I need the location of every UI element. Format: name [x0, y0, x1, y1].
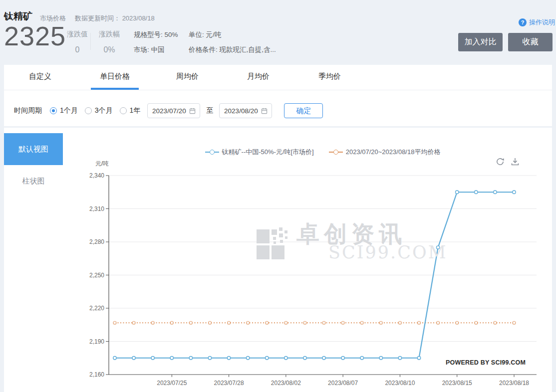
price-chart[interactable]: 2,1602,1902,2202,2502,2802,3102,340元/吨20… [4, 128, 552, 392]
chart-legend: 钛精矿--中国-50%-元/吨[市场价] 2023/07/20~2023/08/… [109, 148, 537, 157]
download-icon[interactable] [510, 157, 520, 167]
period-label: 时间周期 [14, 106, 42, 115]
change-pct-block: 涨跌幅 0% [95, 30, 124, 54]
svg-text:2023/08/10: 2023/08/10 [385, 380, 415, 387]
to-label: 至 [206, 106, 213, 115]
sidebar-item-bar-chart[interactable]: 柱状图 [4, 175, 63, 188]
active-tab-underline [91, 88, 139, 90]
tabs-filter-panel: 自定义 单日价格 周均价 月均价 季均价 时间周期 1个月 3个月 1年 202… [4, 65, 552, 126]
svg-text:2023/08/02: 2023/08/02 [271, 380, 301, 387]
refresh-icon[interactable] [495, 157, 505, 167]
radio-icon [85, 107, 92, 114]
spec-condition: 价格条件: 现款现汇,自提,含... [189, 45, 276, 54]
calendar-icon [261, 108, 268, 114]
add-compare-button[interactable]: 加入对比 [458, 33, 503, 51]
filter-row: 时间周期 1个月 3个月 1年 2023/07/20 至 2023/08/20 [14, 102, 323, 120]
svg-text:2,340: 2,340 [89, 172, 104, 179]
calendar-icon [189, 108, 196, 114]
change-value-block: 涨跌值 0 [63, 30, 92, 54]
legend-item-average-series[interactable]: 2023/07/20~2023/08/18平均价格 [329, 148, 441, 157]
change-value-label: 涨跌值 [67, 30, 88, 39]
chart-toolbar [495, 157, 520, 167]
svg-text:2,220: 2,220 [89, 305, 104, 312]
svg-text:2,190: 2,190 [89, 338, 104, 345]
radio-1-month[interactable]: 1个月 [50, 106, 78, 115]
change-pct: 0% [103, 45, 115, 54]
svg-text:2,160: 2,160 [89, 371, 104, 378]
divider [90, 33, 91, 50]
date-to-input[interactable]: 2023/08/20 [219, 103, 272, 118]
spec-unit: 单位: 元/吨 [189, 30, 221, 39]
help-label: 操作说明 [529, 18, 555, 27]
svg-text:元/吨: 元/吨 [95, 160, 109, 167]
current-price: 2325 [4, 21, 66, 51]
tab-quarterly-avg[interactable]: 季均价 [318, 72, 341, 81]
svg-text:2023/07/28: 2023/07/28 [214, 380, 244, 387]
svg-text:2023/08/15: 2023/08/15 [442, 380, 472, 387]
date-from-input[interactable]: 2023/07/20 [147, 103, 200, 118]
tab-monthly-avg[interactable]: 月均价 [247, 72, 270, 81]
svg-text:2023/08/18: 2023/08/18 [499, 380, 529, 387]
svg-text:2,280: 2,280 [89, 238, 104, 245]
radio-icon [120, 107, 127, 114]
help-link[interactable]: ? 操作说明 [519, 18, 555, 27]
tab-bar: 自定义 单日价格 周均价 月均价 季均价 [4, 65, 552, 90]
radio-1-year[interactable]: 1年 [120, 106, 141, 115]
legend-marker [329, 150, 343, 155]
chart-panel: 默认视图 柱状图 钛精矿--中国-50%-元/吨[市场价] 2023/07/20… [4, 128, 552, 392]
sidebar-item-default-view[interactable]: 默认视图 [4, 133, 63, 165]
tab-weekly-avg[interactable]: 周均价 [176, 72, 199, 81]
spec-market: 市场: 中国 [134, 45, 165, 54]
tab-custom[interactable]: 自定义 [29, 72, 51, 81]
change-pct-label: 涨跌幅 [99, 30, 120, 39]
svg-text:2,250: 2,250 [89, 272, 104, 279]
radio-3-month[interactable]: 3个月 [85, 106, 113, 115]
legend-item-price-series[interactable]: 钛精矿--中国-50%-元/吨[市场价] [205, 148, 314, 157]
svg-text:2023/08/07: 2023/08/07 [328, 380, 358, 387]
question-icon: ? [519, 18, 527, 26]
favorite-button[interactable]: 收藏 [508, 33, 553, 51]
radio-icon [50, 107, 57, 114]
spec-model: 规格型号: 50% [134, 30, 178, 39]
svg-text:2023/07/25: 2023/07/25 [157, 380, 187, 387]
legend-marker [205, 150, 219, 155]
confirm-button[interactable]: 确定 [284, 103, 323, 118]
change-value: 0 [75, 45, 80, 54]
update-time: 数据更新时间： 2023/08/18 [75, 14, 155, 23]
tab-daily-price[interactable]: 单日价格 [100, 72, 130, 81]
powered-by: POWERED BY SCI99.COM [446, 359, 526, 366]
svg-text:2,310: 2,310 [89, 205, 104, 212]
